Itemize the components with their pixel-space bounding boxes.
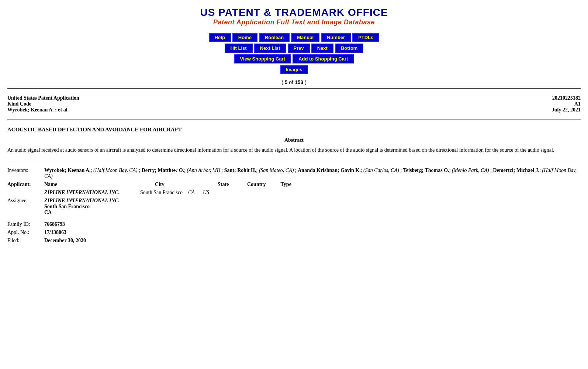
ptdls-button[interactable]: PTDLs: [352, 33, 379, 42]
result-counter: ( 5 of 153 ): [0, 79, 588, 85]
current-result: 5: [285, 79, 288, 85]
family-id-label: Family ID:: [7, 221, 44, 227]
col-header-state: State: [218, 182, 232, 187]
abstract-label: Abstract: [7, 137, 581, 143]
details-section: Inventors: Wyrobek; Keenan A.; (Half Moo…: [0, 164, 588, 249]
col-header-name: Name: [44, 182, 140, 187]
help-button[interactable]: Help: [209, 33, 231, 42]
abstract-divider: [7, 160, 581, 160]
assignee-city: South San Francisco: [44, 204, 581, 210]
hit-list-button[interactable]: Hit List: [225, 44, 253, 53]
kind-code-value: A1: [552, 101, 581, 107]
filed-label: Filed:: [7, 238, 44, 244]
applicant-name: ZIPLINE INTERNATIONAL INC.: [44, 190, 140, 196]
nav-row-4: Images: [0, 65, 588, 74]
prev-button[interactable]: Prev: [288, 44, 310, 53]
filed-date-value: December 30, 2020: [44, 238, 581, 244]
col-header-city: City: [155, 182, 203, 187]
patent-type-label: United States Patent Application: [7, 95, 79, 101]
patent-info-right: 20210225182 A1 July 22, 2021: [552, 95, 581, 113]
patent-date: July 22, 2021: [552, 107, 581, 113]
applicant-country: US: [203, 190, 218, 196]
add-to-shopping-cart-button[interactable]: Add to Shopping Cart: [293, 54, 354, 63]
next-list-button[interactable]: Next List: [254, 44, 286, 53]
applicant-table-header: Name City State Country Type: [44, 182, 581, 187]
col-header-country: Country: [247, 182, 266, 187]
patent-info-left: United States Patent Application Kind Co…: [7, 95, 79, 113]
applicant-table: Name City State Country Type ZIPLINE INT…: [44, 182, 581, 196]
appl-no-row: Appl. No.: 17/138063: [7, 230, 581, 235]
applicant-city: South San Francisco: [140, 190, 188, 196]
inventors-label: Inventors:: [7, 168, 44, 173]
applicant-label: Applicant:: [7, 182, 44, 187]
family-id-value: 76686793: [44, 221, 581, 227]
assignee-value: ZIPLINE INTERNATIONAL INC. South San Fra…: [44, 198, 581, 215]
patent-title: ACOUSTIC BASED DETECTION AND AVOIDANCE F…: [0, 123, 588, 135]
applicant-type: [218, 190, 240, 196]
assignee-state: CA: [44, 210, 581, 215]
patent-number: 20210225182: [552, 95, 581, 101]
abstract-section: Abstract An audio signal received at aud…: [0, 135, 588, 156]
patent-info-divider: [7, 120, 581, 120]
inventors-value: Wyrobek; Keenan A.; (Half Moon Bay, CA) …: [44, 168, 581, 179]
images-button[interactable]: Images: [280, 65, 308, 74]
family-id-row: Family ID: 76686793: [7, 221, 581, 227]
bottom-button[interactable]: Bottom: [335, 44, 364, 53]
next-button[interactable]: Next: [311, 44, 333, 53]
kind-code-label: Kind Code: [7, 101, 79, 107]
number-button[interactable]: Number: [321, 33, 351, 42]
assignee-row: Assignee: ZIPLINE INTERNATIONAL INC. Sou…: [7, 198, 581, 215]
appl-no-label: Appl. No.:: [7, 230, 44, 235]
top-divider: [7, 88, 581, 89]
col-header-type: Type: [281, 182, 303, 187]
inventors-row: Inventors: Wyrobek; Keenan A.; (Half Moo…: [7, 168, 581, 179]
manual-button[interactable]: Manual: [291, 33, 319, 42]
applicant-data-row: ZIPLINE INTERNATIONAL INC. South San Fra…: [44, 190, 581, 196]
patent-info-header: United States Patent Application Kind Co…: [0, 92, 588, 117]
header-subtitle: Patent Application Full Text and Image D…: [0, 18, 588, 26]
nav-row-1: Help Home Boolean Manual Number PTDLs: [0, 33, 588, 42]
view-shopping-cart-button[interactable]: View Shopping Cart: [234, 54, 291, 63]
applicant-state: CA: [188, 190, 203, 196]
header-title: US Patent & Trademark Office: [0, 7, 588, 18]
inventor-line: Wyrobek; Keenan A. ; et al.: [7, 107, 79, 113]
total-results: 153: [295, 79, 303, 85]
appl-no-value: 17/138063: [44, 230, 581, 235]
nav-row-2: Hit List Next List Prev Next Bottom: [0, 44, 588, 53]
applicant-row: Applicant: Name City State Country Type …: [7, 182, 581, 196]
assignee-name: ZIPLINE INTERNATIONAL INC.: [44, 198, 581, 204]
boolean-button[interactable]: Boolean: [259, 33, 290, 42]
home-button[interactable]: Home: [232, 33, 257, 42]
header-section: US Patent & Trademark Office Patent Appl…: [0, 0, 588, 30]
nav-row-3: View Shopping Cart Add to Shopping Cart: [0, 54, 588, 63]
filed-row: Filed: December 30, 2020: [7, 238, 581, 244]
assignee-label: Assignee:: [7, 198, 44, 204]
abstract-text: An audio signal received at audio sensor…: [7, 146, 581, 154]
